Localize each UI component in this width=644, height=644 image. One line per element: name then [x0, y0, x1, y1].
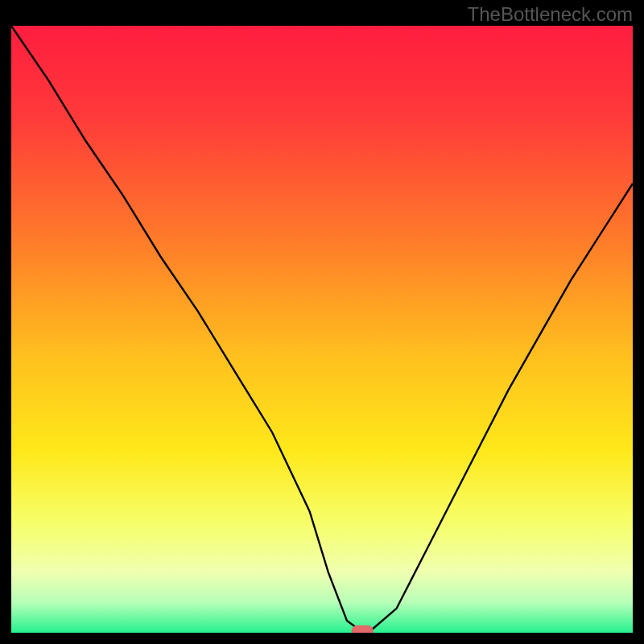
watermark-text: TheBottleneck.com — [468, 3, 633, 26]
chart-svg — [11, 26, 633, 633]
optimal-point-marker — [352, 625, 374, 633]
chart-plot-area — [11, 26, 633, 633]
chart-background — [11, 26, 633, 633]
